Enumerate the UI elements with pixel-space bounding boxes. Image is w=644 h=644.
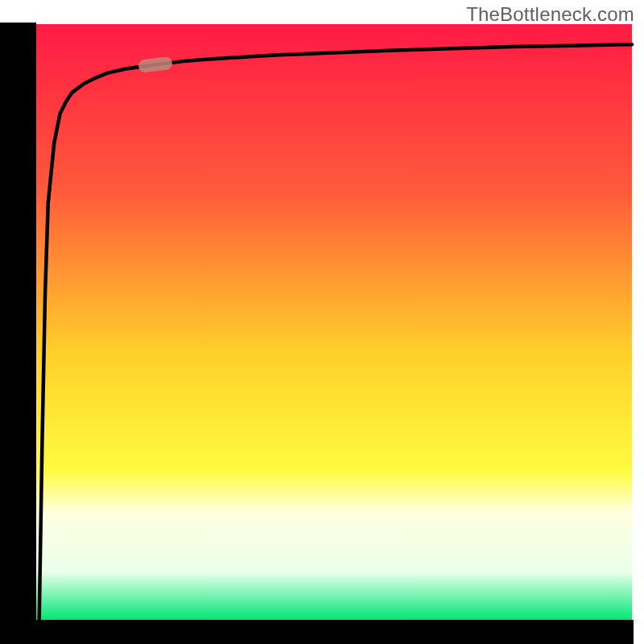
- plot-background: [36, 24, 632, 620]
- y-axis: [0, 23, 36, 644]
- chart-frame: TheBottleneck.com: [0, 0, 644, 644]
- x-axis: [0, 620, 634, 644]
- bottleneck-chart: [0, 0, 644, 644]
